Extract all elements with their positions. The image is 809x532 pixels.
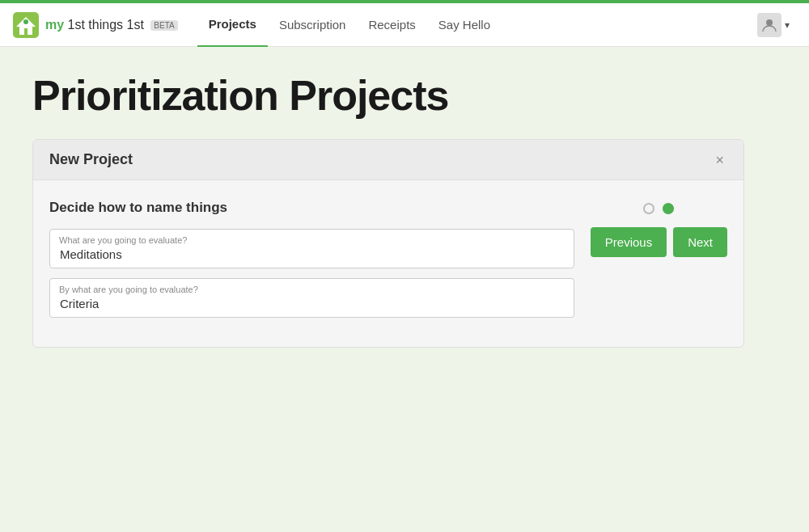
nav-buttons: Previous Next xyxy=(591,227,727,257)
svg-point-2 xyxy=(23,19,28,24)
card-form: Decide how to name things What are you g… xyxy=(49,200,574,327)
card-body: Decide how to name things What are you g… xyxy=(33,180,743,347)
navbar: my 1st things 1st BETA Projects Subscrip… xyxy=(0,3,809,47)
card-controls: Previous Next xyxy=(591,200,727,327)
beta-badge: BETA xyxy=(150,20,177,31)
main-content: Prioritization Projects New Project × De… xyxy=(0,47,809,372)
card-title: New Project xyxy=(49,151,133,168)
step-indicators xyxy=(643,203,674,214)
card-header: New Project × xyxy=(33,140,743,180)
dropdown-arrow-icon: ▾ xyxy=(785,19,790,31)
brand-text: my 1st things 1st BETA xyxy=(45,18,178,32)
nav-subscription[interactable]: Subscription xyxy=(268,3,358,47)
nav-say-hello[interactable]: Say Hello xyxy=(427,3,502,47)
card-close-button[interactable]: × xyxy=(712,153,727,167)
user-menu-button[interactable]: ▾ xyxy=(751,10,796,40)
nav-projects[interactable]: Projects xyxy=(197,3,268,47)
form-section-title: Decide how to name things xyxy=(49,200,574,216)
criteria-input[interactable] xyxy=(49,278,574,318)
page-title: Prioritization Projects xyxy=(32,71,777,120)
navbar-right: ▾ xyxy=(751,10,796,40)
nav-links: Projects Subscription Receipts Say Hello xyxy=(197,3,502,47)
svg-point-3 xyxy=(766,19,773,26)
previous-button[interactable]: Previous xyxy=(591,227,667,257)
evaluate-field-container: What are you going to evaluate? xyxy=(49,229,574,268)
brand-logo[interactable]: my 1st things 1st BETA xyxy=(13,12,178,38)
house-icon xyxy=(13,12,39,38)
evaluate-input[interactable] xyxy=(49,229,574,268)
nav-receipts[interactable]: Receipts xyxy=(357,3,426,47)
next-button[interactable]: Next xyxy=(673,227,727,257)
step-dot-1 xyxy=(643,203,654,214)
user-avatar-icon xyxy=(757,13,781,37)
step-dot-2 xyxy=(663,203,674,214)
criteria-field-container: By what are you going to evaluate? xyxy=(49,278,574,318)
new-project-card: New Project × Decide how to name things … xyxy=(32,139,744,348)
